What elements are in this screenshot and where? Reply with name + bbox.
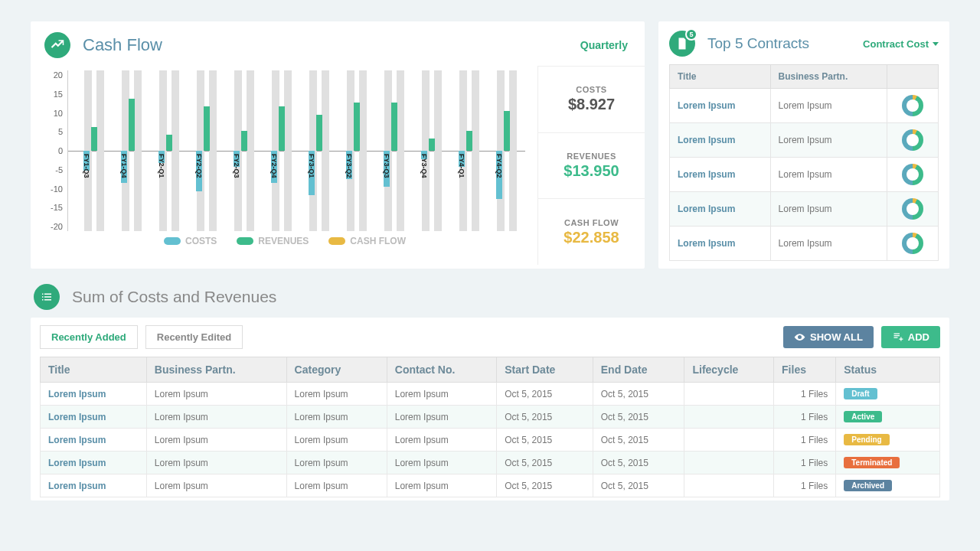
contract-row[interactable]: Lorem IpsumLorem Ipsum [670,89,939,123]
kpi-cash-flow: CASH FLOW$22.858 [537,198,645,265]
status-badge: Active [844,411,882,422]
status-badge: Terminated [844,457,900,468]
col-end-date[interactable]: End Date [593,357,684,383]
status-badge: Archived [844,480,892,491]
donut-chart-icon [902,129,923,151]
sum-title: Sum of Costs and Revenues [72,288,276,306]
col-status[interactable]: Status [836,357,940,383]
period-selector[interactable]: Quarterly [580,39,628,51]
col-start-date[interactable]: Start Date [497,357,593,383]
contract-row[interactable]: Lorem IpsumLorem Ipsum [670,227,939,261]
contract-row[interactable]: Lorem IpsumLorem Ipsum [670,192,939,227]
kpi-revenues: REVENUES$13.950 [537,132,645,199]
add-button[interactable]: ADD [881,326,940,348]
data-table: TitleBusiness Partn.CategoryContact No.S… [40,357,940,497]
donut-chart-icon [902,164,923,185]
donut-chart-icon [902,233,923,254]
cash-flow-title: Cash Flow [83,35,162,55]
cash-flow-chart: 20151050-5-10-15-20 FY1-Q3FY1-Q4FY2-Q1FY… [31,66,537,265]
col-lifecycle[interactable]: Lifecycle [684,357,774,383]
tab-recently-added[interactable]: Recently Added [40,325,138,349]
status-badge: Pending [844,434,889,445]
table-row[interactable]: Lorem IpsumLorem IpsumLorem IpsumLorem I… [41,474,940,497]
cash-flow-icon [44,32,70,58]
col-title[interactable]: Title [41,357,147,383]
table-row[interactable]: Lorem IpsumLorem IpsumLorem IpsumLorem I… [41,406,940,429]
add-icon [892,331,903,343]
show-all-button[interactable]: SHOW ALL [783,326,874,348]
chevron-down-icon [933,42,939,46]
cash-flow-card: Cash Flow Quarterly 20151050-5-10-15-20 … [31,21,645,269]
contracts-icon: 5 [669,31,695,57]
contract-row[interactable]: Lorem IpsumLorem Ipsum [670,158,939,192]
table-row[interactable]: Lorem IpsumLorem IpsumLorem IpsumLorem I… [41,383,940,406]
status-badge: Draft [844,388,877,399]
col-category[interactable]: Category [286,357,387,383]
table-row[interactable]: Lorem IpsumLorem IpsumLorem IpsumLorem I… [41,429,940,452]
contracts-title: Top 5 Contracts [707,35,809,52]
col-title[interactable]: Title [670,65,771,89]
list-icon [34,284,60,310]
sum-card: Recently Added Recently Edited SHOW ALL … [31,318,949,500]
top-contracts-card: 5 Top 5 Contracts Contract Cost Title Bu… [658,21,949,269]
eye-icon [794,331,805,343]
contracts-table: Title Business Partn. Lorem IpsumLorem I… [669,64,939,261]
tab-recently-edited[interactable]: Recently Edited [145,325,243,349]
contracts-sort-dropdown[interactable]: Contract Cost [863,38,939,50]
chart-legend: COSTS REVENUES CASH FLOW [44,236,525,246]
donut-chart-icon [902,95,923,116]
contracts-count-badge: 5 [685,28,697,41]
col-partner[interactable]: Business Partn. [770,65,887,89]
col-chart [887,65,939,89]
donut-chart-icon [902,198,923,220]
contract-row[interactable]: Lorem IpsumLorem Ipsum [670,123,939,158]
table-row[interactable]: Lorem IpsumLorem IpsumLorem IpsumLorem I… [41,452,940,474]
kpi-costs: COSTS$8.927 [537,66,645,132]
col-business-partn-[interactable]: Business Partn. [146,357,286,383]
col-contact-no-[interactable]: Contact No. [387,357,496,383]
col-files[interactable]: Files [774,357,836,383]
